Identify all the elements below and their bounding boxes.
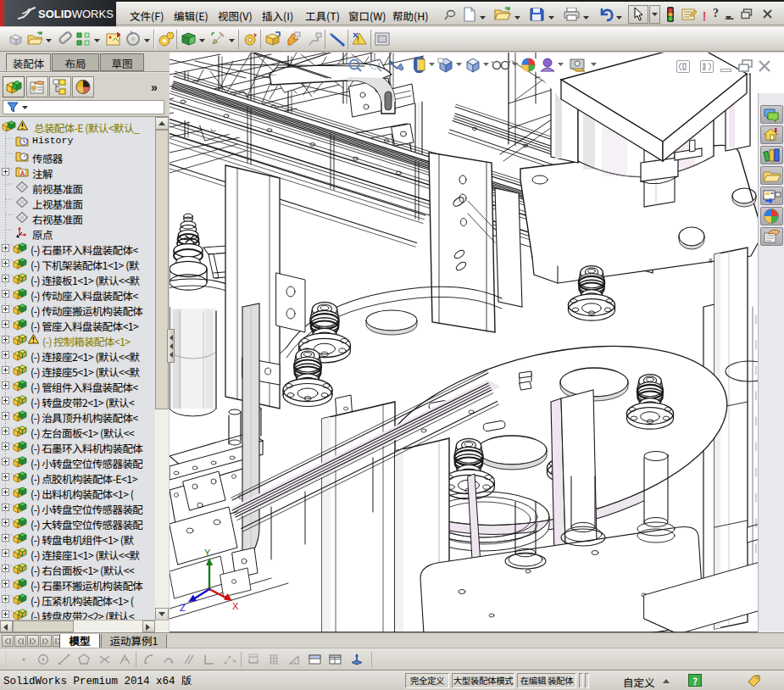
svg-text:!: !: [357, 34, 359, 45]
svg-text:8: 8: [709, 257, 713, 264]
svg-text:Y: Y: [204, 548, 211, 558]
svg-text:A: A: [19, 168, 25, 177]
svg-text:X: X: [232, 601, 239, 611]
svg-text:Z: Z: [180, 603, 186, 613]
